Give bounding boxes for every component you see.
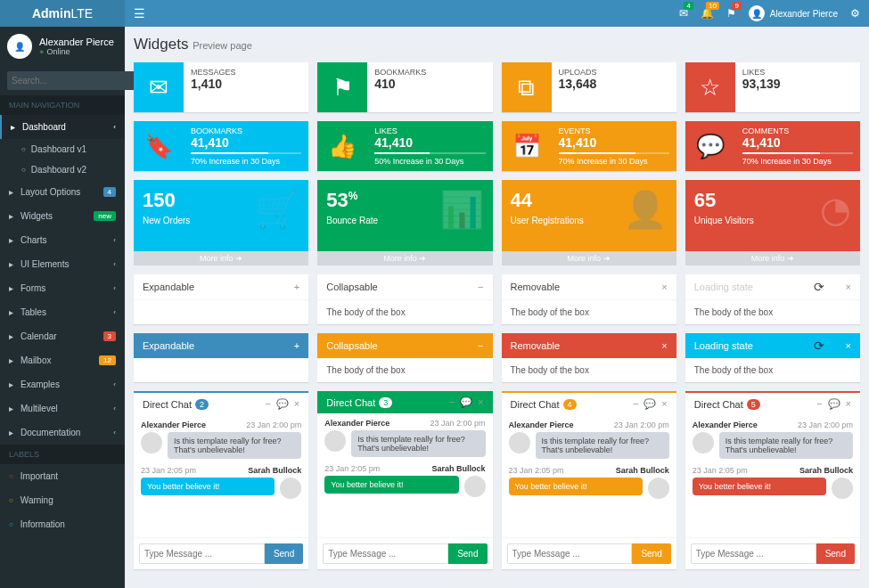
- page-title: Widgets Preview page: [134, 36, 860, 53]
- nav-item-widgets[interactable]: ▸Widgetsnew: [0, 204, 125, 228]
- info-box-icon: ⚑: [317, 62, 367, 112]
- more-info-link[interactable]: More info ➜: [317, 251, 492, 265]
- msg-time: 23 Jan 2:05 pm: [693, 466, 748, 475]
- contacts-icon[interactable]: 💬: [276, 398, 289, 410]
- label-item[interactable]: ○Information: [0, 512, 125, 536]
- nav-item-mailbox[interactable]: ▸Mailbox12: [0, 348, 125, 372]
- chat-title: Direct Chat: [143, 399, 192, 410]
- gears-icon[interactable]: ⚙: [850, 7, 860, 20]
- label-item[interactable]: ○Warning: [0, 488, 125, 512]
- nav-item-ui-elements[interactable]: ▸UI Elements‹: [0, 252, 125, 276]
- chat-input[interactable]: [139, 543, 265, 564]
- close-icon[interactable]: ×: [294, 398, 299, 410]
- close-icon[interactable]: ×: [661, 398, 667, 410]
- box-tool[interactable]: −: [478, 340, 483, 351]
- minimize-icon[interactable]: −: [449, 396, 455, 408]
- nav-item-documentation[interactable]: ▸Documentation‹: [0, 421, 125, 445]
- user-panel: 👤 Alexander Pierce Online: [0, 27, 125, 66]
- box-title: Removable: [511, 282, 561, 292]
- box-tool[interactable]: ×: [846, 340, 851, 351]
- label-item[interactable]: ○Important: [0, 464, 125, 488]
- box: Removable×The body of the box: [502, 274, 676, 324]
- nav-item-multilevel[interactable]: ▸Multilevel‹: [0, 396, 125, 421]
- logo[interactable]: AdminLTE: [0, 0, 125, 27]
- avatar: 👤: [749, 5, 765, 21]
- box-title: Loading state: [694, 282, 753, 292]
- msg-name: Alexander Pierce: [324, 419, 389, 428]
- box-tool[interactable]: ×: [661, 340, 667, 351]
- send-button[interactable]: Send: [632, 543, 670, 564]
- topbar-user[interactable]: 👤Alexander Pierce: [749, 5, 838, 21]
- nav-icon: ▸: [9, 428, 13, 437]
- contacts-icon[interactable]: 💬: [828, 398, 840, 410]
- nav-subitem[interactable]: ○Dashboard v2: [0, 159, 125, 180]
- nav-item-charts[interactable]: ▸Charts‹: [0, 228, 125, 252]
- minimize-icon[interactable]: −: [633, 398, 638, 410]
- nav-item-tables[interactable]: ▸Tables‹: [0, 300, 125, 324]
- small-box: 53%Bounce Rate📊More info ➜: [317, 180, 492, 265]
- nav-header: MAIN NAVIGATION: [0, 95, 125, 115]
- more-info-link[interactable]: More info ➜: [685, 251, 860, 265]
- mail-icon[interactable]: ✉4: [679, 7, 688, 20]
- box: Removable×The body of the box: [502, 333, 676, 382]
- user-status: Online: [39, 47, 114, 56]
- msg-text: Is this template really for free? That's…: [719, 432, 853, 459]
- chevron-icon: ‹: [113, 308, 116, 316]
- close-icon[interactable]: ×: [478, 396, 483, 408]
- small-box-icon: 👤: [623, 189, 668, 231]
- avatar: [280, 478, 301, 499]
- send-button[interactable]: Send: [448, 543, 487, 564]
- msg-text: You better believe it!: [693, 478, 826, 495]
- nav-item-forms[interactable]: ▸Forms‹: [0, 276, 125, 300]
- info-box: 📅EVENTS41,41070% Increase in 30 Days: [502, 121, 676, 171]
- flag-icon[interactable]: ⚑9: [726, 7, 736, 20]
- progress-text: 50% Increase in 30 Days: [374, 157, 485, 166]
- close-icon[interactable]: ×: [846, 398, 851, 410]
- contacts-icon[interactable]: 💬: [460, 396, 472, 408]
- send-button[interactable]: Send: [816, 543, 855, 564]
- msg-time: 23 Jan 2:05 pm: [324, 464, 380, 473]
- more-info-link[interactable]: More info ➜: [502, 251, 676, 265]
- msg-text: You better believe it!: [324, 476, 458, 494]
- avatar: [648, 478, 669, 499]
- contacts-icon[interactable]: 💬: [644, 398, 656, 410]
- nav-subitem[interactable]: ○Dashboard v1: [0, 139, 125, 159]
- info-number: 13,648: [559, 77, 669, 91]
- chevron-icon: ‹: [113, 404, 116, 412]
- box-tool[interactable]: ×: [661, 282, 667, 292]
- avatar: [141, 432, 162, 453]
- chat-messages: Alexander Pierce23 Jan 2:00 pmIs this te…: [685, 415, 860, 537]
- info-number: 410: [374, 77, 485, 91]
- nav-item-dashboard[interactable]: ▸Dashboard‹: [0, 115, 125, 139]
- box-body: The body of the box: [502, 300, 676, 324]
- nav-item-layout-options[interactable]: ▸Layout Options4: [0, 180, 125, 204]
- minimize-icon[interactable]: −: [816, 398, 822, 410]
- msg-text: Is this template really for free? That's…: [351, 430, 485, 457]
- box-title: Collapsable: [326, 340, 377, 351]
- nav-icon: ▸: [9, 211, 13, 221]
- info-number: 41,410: [742, 135, 853, 150]
- box-title: Collapsable: [326, 282, 377, 292]
- avatar: [509, 432, 530, 453]
- chat-input[interactable]: [507, 543, 633, 564]
- more-info-link[interactable]: More info ➜: [134, 251, 308, 265]
- box-tool[interactable]: −: [478, 282, 483, 292]
- box-tool[interactable]: +: [294, 340, 299, 351]
- nav-icon: ▸: [11, 122, 15, 132]
- minimize-icon[interactable]: −: [265, 398, 270, 410]
- menu-toggle-icon[interactable]: ☰: [134, 6, 145, 20]
- nav-item-examples[interactable]: ▸Examples‹: [0, 372, 125, 396]
- loading-icon: ⟳: [814, 280, 824, 294]
- chat-input[interactable]: [691, 543, 816, 564]
- box-tool[interactable]: ×: [846, 282, 851, 292]
- progress-text: 70% Increase in 30 Days: [559, 157, 669, 166]
- labels-header: LABELS: [0, 445, 125, 464]
- send-button[interactable]: Send: [265, 543, 303, 564]
- chat-input[interactable]: [323, 543, 448, 564]
- bell-icon[interactable]: 🔔10: [701, 7, 714, 20]
- nav-item-calendar[interactable]: ▸Calendar3: [0, 324, 125, 348]
- search-input[interactable]: [7, 71, 129, 90]
- msg-text: Is this template really for free? That's…: [168, 432, 301, 459]
- chevron-icon: ‹: [113, 380, 116, 388]
- box-tool[interactable]: +: [294, 282, 299, 292]
